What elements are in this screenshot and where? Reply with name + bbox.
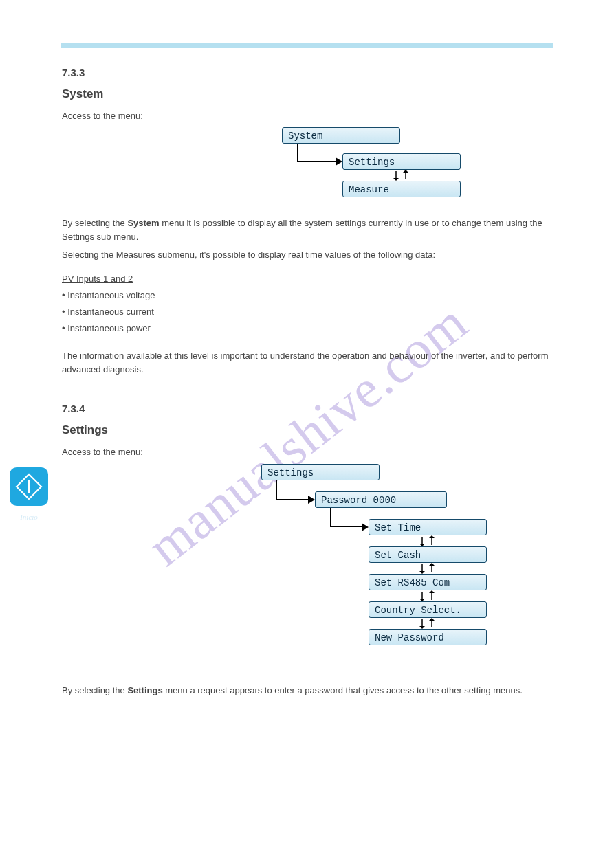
menu-measure: Measure [342,181,461,197]
settings-description: By selecting the Settings menu a request… [62,684,553,698]
svg-marker-18 [419,599,425,601]
svg-marker-12 [429,535,435,538]
bullet-voltage: • Instantaneous voltage [62,289,553,302]
svg-marker-2 [336,157,342,166]
section-number-settings: 7.3.4 [62,401,553,417]
double-arrow-icon [417,590,437,601]
menu-settings-root: Settings [261,464,380,480]
page-content: 7.3.3 System Access to the menu: System … [62,65,553,700]
connector [297,144,338,162]
system-menu-diagram: System Settings Measure [62,127,553,216]
start-badge [10,467,48,506]
system-footnote: The information available at this level … [62,349,553,377]
svg-marker-10 [419,544,425,546]
text: By selecting the [62,685,127,695]
svg-marker-14 [419,571,425,574]
section-number-system: 7.3.3 [62,65,553,81]
section-title-system: System [62,85,553,103]
svg-marker-6 [403,170,408,173]
settings-menu-diagram: Settings Password 0000 Set Time Set Cash… [62,464,553,677]
svg-marker-24 [429,618,435,621]
svg-marker-8 [362,523,369,531]
start-badge-caption: Inicio [10,511,48,523]
svg-marker-16 [429,563,435,566]
menu-settings: Settings [342,153,461,170]
text-strong: System [127,218,159,228]
diamond-icon [15,473,43,500]
access-label-1: Access to the menu: [62,109,553,123]
svg-marker-20 [429,590,435,593]
double-arrow-icon [391,170,411,181]
text: By selecting the [62,218,127,228]
connector [330,508,364,527]
svg-marker-7 [308,496,315,504]
menu-set-rs485: Set RS485 Com [369,574,487,590]
system-description: By selecting the System menu it is possi… [62,216,553,244]
bullet-current: • Instantaneous current [62,305,553,319]
menu-set-time: Set Time [369,519,487,535]
menu-set-cash: Set Cash [369,546,487,563]
double-arrow-icon [417,618,437,629]
double-arrow-icon [417,535,437,546]
measure-intro: Selecting the Measures submenu, it's pos… [62,248,553,262]
access-label-2: Access to the menu: [62,445,553,459]
menu-system: System [282,127,400,144]
menu-new-pwd: New Password [369,629,487,645]
menu-country: Country Select. [369,601,487,618]
menu-password: Password 0000 [315,491,447,508]
section-title-settings: Settings [62,421,553,439]
svg-marker-22 [419,626,425,629]
pv-table-head: PV Inputs 1 and 2 [62,272,553,286]
text: menu a request appears to enter a passwo… [163,685,523,695]
text-strong: Settings [127,685,162,695]
double-arrow-icon [417,563,437,574]
bullet-power: • Instantaneous power [62,322,553,335]
connector [276,480,311,500]
top-divider [61,43,553,48]
